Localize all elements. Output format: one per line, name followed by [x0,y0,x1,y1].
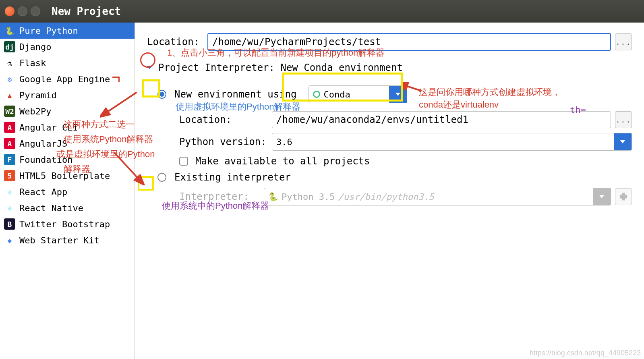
make-available-label: Make available to all projects [195,156,370,167]
gear-icon[interactable] [615,188,632,205]
interpreter-path: /usr/bin/python3.5 [338,192,434,202]
env-tool-select[interactable]: Conda [309,85,407,103]
sidebar-item-angular-cli[interactable]: AAngular CLI [0,119,135,135]
env-location-input[interactable] [272,111,611,128]
twitter-bootstrap-icon: B [4,218,15,230]
sidebar-item-label: HTML5 Boilerplate [19,171,110,181]
sidebar-item-flask[interactable]: ⚗Flask [0,55,135,71]
foundation-icon: F [4,154,15,165]
django-icon: dj [4,41,15,52]
sidebar-item-twitter-bootstrap[interactable]: BTwitter Bootstrap [0,216,135,232]
react-native-icon: ⚛ [4,202,15,214]
web-starter-kit-icon: ◆ [4,234,15,246]
titlebar: New Project [0,0,644,23]
new-env-label: New environment using [174,89,296,100]
sidebar-item-web-starter-kit[interactable]: ◆Web Starter Kit [0,232,135,248]
sidebar-item-react-native[interactable]: ⚛React Native [0,200,135,216]
maximize-icon[interactable] [31,6,40,16]
interpreter-header[interactable]: Project Interpreter: New Conda environme… [158,62,403,73]
sidebar-item-label: React Native [19,203,83,213]
new-env-radio[interactable] [157,90,166,99]
sidebar-item-django[interactable]: djDjango [0,39,135,55]
project-type-sidebar: 🐍Pure PythondjDjango⚗Flask⚙Google App En… [0,23,135,359]
google-app-engine-icon: ⚙ [4,73,15,85]
angularjs-icon: A [4,138,15,149]
flask-icon: ⚗ [4,57,15,68]
sidebar-item-label: AngularJS [19,139,67,149]
interpreter-select: 🐍 Python 3.5 /usr/bin/python3.5 [264,188,611,205]
env-location-label: Location: [179,114,268,125]
chevron-down-icon [614,133,632,150]
sidebar-item-angularjs[interactable]: AAngularJS [0,135,135,151]
minimize-icon[interactable] [18,6,27,16]
sidebar-item-label: Twitter Bootstrap [19,219,110,229]
make-available-checkbox[interactable] [179,157,188,166]
sidebar-item-label: Pure Python [19,26,78,36]
location-label: Location: [147,36,203,48]
sidebar-item-pyramid[interactable]: ▲Pyramid [0,87,135,103]
sidebar-item-label: React App [19,187,67,197]
interpreter-label: Interpreter: [179,191,260,202]
sidebar-item-label: Foundation [19,155,72,165]
existing-interpreter-label: Existing interpreter [174,172,291,183]
env-tool-value: Conda [323,89,350,100]
existing-interpreter-radio[interactable] [157,173,166,182]
html5-boilerplate-icon: 5 [4,170,15,181]
sidebar-item-label: Web2Py [19,106,51,116]
python-icon: 🐍 [268,192,278,201]
sidebar-item-label: Django [19,42,51,52]
close-icon[interactable] [5,6,14,16]
watermark: https://blog.csdn.net/qq_44905223 [530,349,641,357]
annotation-corner [112,77,120,82]
sidebar-item-label: Flask [19,58,46,68]
window-title: New Project [52,5,121,17]
sidebar-item-react-app[interactable]: ⚛React App [0,184,135,200]
pyramid-icon: ▲ [4,89,15,101]
python-version-label: Python version: [179,136,268,147]
env-browse-button[interactable]: ... [615,111,632,128]
conda-icon [313,91,320,98]
sidebar-item-label: Angular CLI [19,122,78,133]
sidebar-item-web2py[interactable]: W2Web2Py [0,103,135,119]
sidebar-item-label: Pyramid [19,90,57,100]
angular-cli-icon: A [4,122,15,133]
sidebar-item-html5-boilerplate[interactable]: 5HTML5 Boilerplate [0,168,135,184]
chevron-down-icon [593,188,611,205]
pure-python-icon: 🐍 [4,25,15,36]
browse-button[interactable]: ... [615,33,632,50]
sidebar-item-pure-python[interactable]: 🐍Pure Python [0,23,135,39]
sidebar-item-label: Web Starter Kit [19,235,99,245]
web2py-icon: W2 [4,106,15,117]
python-version-value: 3.6 [276,137,292,147]
interpreter-value: Python 3.5 [282,192,335,202]
main-panel: Location: ... Project Interpreter: New C… [135,23,644,359]
chevron-down-icon [389,86,407,103]
react-app-icon: ⚛ [4,186,15,197]
sidebar-item-label: Google App Engine [19,74,110,84]
location-input[interactable] [207,33,611,51]
python-version-select[interactable]: 3.6 [272,133,632,151]
disclosure-triangle-icon[interactable] [147,66,152,69]
sidebar-item-foundation[interactable]: FFoundation [0,151,135,168]
